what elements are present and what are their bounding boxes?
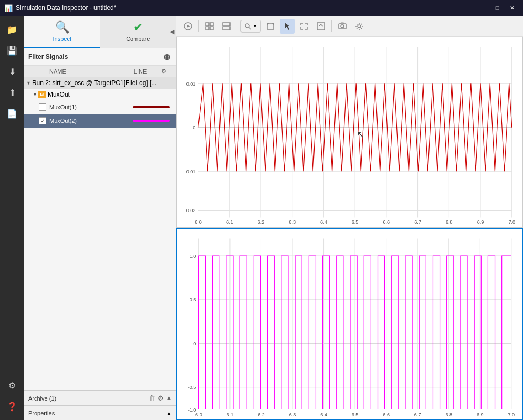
charts-container: ■ MuxOut(1)	[176, 37, 523, 420]
svg-text:6.3: 6.3	[289, 413, 296, 418]
download-button[interactable]: ⬇	[3, 62, 22, 81]
svg-text:0: 0	[193, 125, 195, 131]
svg-text:6.6: 6.6	[383, 219, 390, 225]
tab-inspect[interactable]: 🔍 Inspect	[24, 16, 100, 48]
svg-rect-6	[223, 23, 230, 26]
title-bar-title: Simulation Data Inspector - untitled*	[16, 4, 476, 12]
archive-icons: 🗑 ⚙ ▲	[149, 394, 172, 402]
svg-point-20	[358, 25, 361, 28]
archive-expand-icon[interactable]: ▲	[166, 394, 172, 402]
layout-split-button[interactable]	[219, 19, 234, 34]
separator1	[198, 20, 199, 32]
chart-panel-muxout2[interactable]: ■ MuxOut(2)	[176, 228, 523, 420]
signal-list: ▼ Run 2: slrt_ex_osc @ TargetPC1[FileLog…	[24, 77, 176, 390]
fit-all-button[interactable]	[313, 19, 328, 34]
svg-text:7.0: 7.0	[508, 413, 515, 418]
svg-text:6.5: 6.5	[352, 219, 359, 225]
signal-checkbox-muxout1[interactable]	[39, 103, 46, 111]
zoom-dropdown[interactable]: ▼	[240, 20, 261, 33]
svg-rect-3	[210, 23, 213, 26]
upload-button[interactable]: ⬆	[3, 83, 22, 102]
expand-button[interactable]	[297, 19, 311, 34]
archive-settings-icon[interactable]: ⚙	[158, 394, 164, 402]
title-bar: 📊 Simulation Data Inspector - untitled* …	[0, 0, 523, 16]
svg-rect-53	[177, 229, 522, 419]
maximize-button[interactable]: □	[490, 3, 504, 13]
svg-text:0.01: 0.01	[186, 81, 196, 87]
archive-delete-icon[interactable]: 🗑	[149, 394, 155, 402]
chart-panel-muxout1[interactable]: ■ MuxOut(1)	[176, 37, 523, 228]
signal-checkbox-muxout2[interactable]	[39, 117, 46, 124]
svg-text:6.9: 6.9	[477, 413, 484, 418]
close-button[interactable]: ✕	[505, 3, 519, 13]
mux-label: MuxOut	[48, 91, 70, 98]
svg-text:7.0: 7.0	[508, 219, 515, 225]
open-folder-button[interactable]: 📁	[3, 20, 22, 39]
title-bar-icon: 📊	[4, 4, 13, 12]
properties-expand-icon: ▲	[166, 410, 172, 416]
svg-text:0.5: 0.5	[190, 298, 196, 303]
svg-text:-1.0: -1.0	[188, 407, 196, 413]
svg-rect-2	[206, 23, 209, 26]
signal-line-muxout2	[133, 120, 170, 122]
chart-svg-muxout1: 0.01 0 -0.01 -0.02 6.0 6.1 6.2 6.3 6.4 6…	[177, 37, 522, 227]
col-name-header: NAME	[28, 68, 119, 75]
svg-rect-5	[210, 27, 213, 30]
collapse-panel-button[interactable]: ◀	[168, 26, 176, 37]
svg-rect-4	[206, 27, 209, 30]
properties-label: Properties	[28, 410, 166, 416]
svg-text:6.0: 6.0	[195, 219, 202, 225]
compare-label: Compare	[126, 36, 150, 42]
svg-text:6.3: 6.3	[289, 219, 296, 225]
col-settings-header: ⚙	[161, 68, 172, 75]
svg-text:6.4: 6.4	[320, 219, 327, 225]
mux-icon: M	[38, 91, 46, 98]
svg-text:-0.5: -0.5	[188, 385, 196, 391]
cursor-button[interactable]	[280, 19, 295, 34]
svg-line-9	[249, 27, 251, 29]
svg-rect-7	[223, 27, 230, 30]
signal-name-muxout2: MuxOut(2)	[49, 118, 133, 124]
filter-bar-label: Filter Signals	[28, 53, 68, 60]
help-button[interactable]: ❓	[3, 397, 22, 416]
run-label: Run 2: slrt_ex_osc @ TargetPC1[FileLog] …	[32, 79, 156, 87]
chart-area: ▼	[176, 16, 523, 420]
svg-text:6.6: 6.6	[383, 413, 390, 418]
svg-text:6.9: 6.9	[477, 219, 484, 225]
add-signal-button[interactable]: ⊕	[161, 51, 172, 62]
signal-row-muxout2[interactable]: MuxOut(2)	[24, 114, 176, 128]
svg-text:6.8: 6.8	[446, 219, 453, 225]
main-layout: 📁 💾 ⬇ ⬆ 📄 ⚙ ❓ 🔍 Inspect ✔ Compare ◀	[0, 16, 523, 420]
svg-text:-0.01: -0.01	[185, 169, 196, 174]
left-panel-wrap: 🔍 Inspect ✔ Compare ◀ Filter Signals ⊕ N…	[24, 16, 176, 420]
properties-bar[interactable]: Properties ▲	[24, 405, 176, 420]
separator3	[331, 20, 332, 32]
chart-settings-button[interactable]	[352, 19, 367, 34]
signal-line-muxout1	[133, 106, 170, 108]
bottom-panel: Archive (1) 🗑 ⚙ ▲ Properties ▲	[24, 390, 176, 420]
run-chevron-icon: ▼	[26, 80, 31, 86]
minimize-button[interactable]: ─	[476, 3, 489, 13]
tab-compare[interactable]: ✔ Compare	[100, 16, 176, 48]
chart-toolbar: ▼	[176, 16, 523, 37]
signal-row-muxout1[interactable]: MuxOut(1)	[24, 100, 176, 114]
zoom-fit-button[interactable]	[263, 19, 278, 34]
document-button[interactable]: 📄	[3, 104, 22, 123]
settings-button[interactable]: ⚙	[3, 376, 22, 395]
svg-text:6.7: 6.7	[414, 219, 421, 225]
play-button[interactable]	[181, 19, 195, 34]
svg-marker-1	[187, 25, 190, 28]
svg-text:1.0: 1.0	[190, 254, 196, 259]
inspect-label: Inspect	[53, 36, 71, 42]
signal-mux-row[interactable]: ▼ M MuxOut	[24, 89, 176, 100]
svg-marker-15	[285, 23, 290, 30]
svg-text:6.8: 6.8	[445, 413, 452, 418]
screenshot-button[interactable]	[335, 19, 350, 34]
signal-run-row[interactable]: ▼ Run 2: slrt_ex_osc @ TargetPC1[FileLog…	[24, 77, 176, 89]
layout-grid-button[interactable]	[202, 19, 217, 34]
svg-text:6.0: 6.0	[195, 413, 202, 418]
save-button[interactable]: 💾	[3, 41, 22, 60]
svg-text:0: 0	[193, 341, 196, 346]
svg-text:6.1: 6.1	[226, 219, 233, 225]
svg-text:6.5: 6.5	[352, 413, 359, 418]
